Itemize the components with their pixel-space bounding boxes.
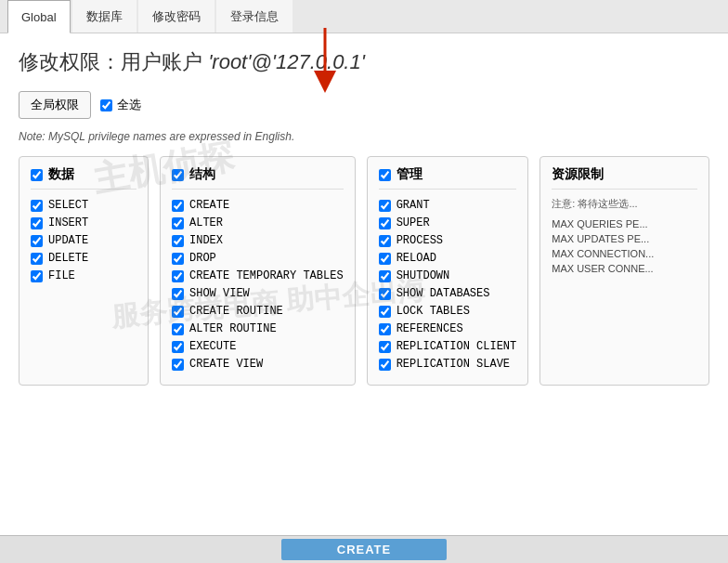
- list-item: CREATE VIEW: [172, 358, 344, 371]
- execute-checkbox[interactable]: [172, 341, 184, 353]
- process-checkbox[interactable]: [379, 235, 391, 247]
- list-item: ALTER ROUTINE: [172, 322, 344, 335]
- list-item: SHOW DATABASES: [379, 287, 517, 300]
- list-item: DROP: [172, 252, 344, 265]
- tab-login-info[interactable]: 登录信息: [216, 0, 292, 33]
- list-item: CREATE TEMPORARY TABLES: [172, 269, 344, 282]
- select-all-checkbox[interactable]: [100, 99, 112, 111]
- tab-database[interactable]: 数据库: [72, 0, 136, 33]
- references-checkbox[interactable]: [379, 323, 391, 335]
- list-item: RELOAD: [379, 252, 517, 265]
- privilege-sections: 数据 SELECT INSERT UPDATE DELETE FILE: [19, 156, 709, 386]
- list-item: UPDATE: [31, 234, 136, 247]
- list-item: MAX USER CONNE...: [552, 263, 697, 274]
- page-content: 主机侦探 服务跨境电商 助中企出海 修改权限：用户账户 'root'@'127.…: [0, 33, 728, 563]
- list-item: REPLICATION CLIENT: [379, 340, 517, 353]
- insert-checkbox[interactable]: [31, 217, 43, 229]
- top-nav: Global 数据库 修改密码 登录信息: [0, 0, 728, 33]
- list-item: CREATE ROUTINE: [172, 305, 344, 318]
- grant-checkbox[interactable]: [379, 200, 391, 212]
- admin-section-header: 管理: [379, 166, 517, 190]
- list-item: SHOW VIEW: [172, 287, 344, 300]
- select-all-label[interactable]: 全选: [100, 97, 141, 113]
- delete-checkbox[interactable]: [31, 253, 43, 265]
- shutdown-checkbox[interactable]: [379, 270, 391, 282]
- tab-global[interactable]: Global: [7, 0, 71, 33]
- list-item: PROCESS: [379, 234, 517, 247]
- create-routine-checkbox[interactable]: [172, 306, 184, 318]
- tab-change-password[interactable]: 修改密码: [138, 0, 214, 33]
- show-view-checkbox[interactable]: [172, 288, 184, 300]
- list-item: DELETE: [31, 252, 136, 265]
- global-row: 全局权限 全选: [19, 91, 709, 119]
- list-item: CREATE: [172, 199, 344, 212]
- admin-section-checkbox[interactable]: [379, 169, 391, 181]
- list-item: MAX QUERIES PE...: [552, 218, 697, 229]
- structure-section-header: 结构: [172, 166, 344, 190]
- lock-tables-checkbox[interactable]: [379, 306, 391, 318]
- super-checkbox[interactable]: [379, 217, 391, 229]
- list-item: FILE: [31, 269, 136, 282]
- resource-note: 注意: 将待这些选...: [552, 197, 697, 211]
- list-item: INDEX: [172, 234, 344, 247]
- alter-routine-checkbox[interactable]: [172, 323, 184, 335]
- show-databases-checkbox[interactable]: [379, 288, 391, 300]
- data-section-checkbox[interactable]: [31, 169, 43, 181]
- resource-section: 资源限制 注意: 将待这些选... MAX QUERIES PE... MAX …: [540, 156, 709, 386]
- structure-section-checkbox[interactable]: [172, 169, 184, 181]
- list-item: SUPER: [379, 216, 517, 229]
- alter-checkbox[interactable]: [172, 217, 184, 229]
- list-item: MAX CONNECTION...: [552, 248, 697, 259]
- structure-section: 结构 CREATE ALTER INDEX DROP CREATE TEMPOR…: [160, 156, 356, 386]
- list-item: REFERENCES: [379, 322, 517, 335]
- list-item: LOCK TABLES: [379, 305, 517, 318]
- list-item: SELECT: [31, 199, 136, 212]
- list-item: SHUTDOWN: [379, 269, 517, 282]
- list-item: INSERT: [31, 216, 136, 229]
- create-button[interactable]: CREATE: [281, 539, 447, 560]
- data-section: 数据 SELECT INSERT UPDATE DELETE FILE: [19, 156, 149, 386]
- replication-slave-checkbox[interactable]: [379, 359, 391, 371]
- file-checkbox[interactable]: [31, 270, 43, 282]
- drop-checkbox[interactable]: [172, 253, 184, 265]
- index-checkbox[interactable]: [172, 235, 184, 247]
- global-privileges-button[interactable]: 全局权限: [19, 91, 91, 119]
- list-item: MAX UPDATES PE...: [552, 233, 697, 244]
- create-temporary-tables-checkbox[interactable]: [172, 270, 184, 282]
- update-checkbox[interactable]: [31, 235, 43, 247]
- create-checkbox[interactable]: [172, 200, 184, 212]
- note-text: Note: MySQL privilege names are expresse…: [19, 130, 709, 143]
- admin-section: 管理 GRANT SUPER PROCESS RELOAD SHUTDOWN: [367, 156, 529, 386]
- reload-checkbox[interactable]: [379, 253, 391, 265]
- list-item: GRANT: [379, 199, 517, 212]
- select-checkbox[interactable]: [31, 200, 43, 212]
- list-item: EXECUTE: [172, 340, 344, 353]
- replication-client-checkbox[interactable]: [379, 341, 391, 353]
- resource-section-title: 资源限制: [552, 166, 697, 190]
- bottom-bar: CREATE: [0, 535, 728, 563]
- data-section-header: 数据: [31, 166, 136, 190]
- list-item: ALTER: [172, 216, 344, 229]
- create-view-checkbox[interactable]: [172, 359, 184, 371]
- list-item: REPLICATION SLAVE: [379, 358, 517, 371]
- page-title: 修改权限：用户账户 'root'@'127.0.0.1': [19, 48, 709, 76]
